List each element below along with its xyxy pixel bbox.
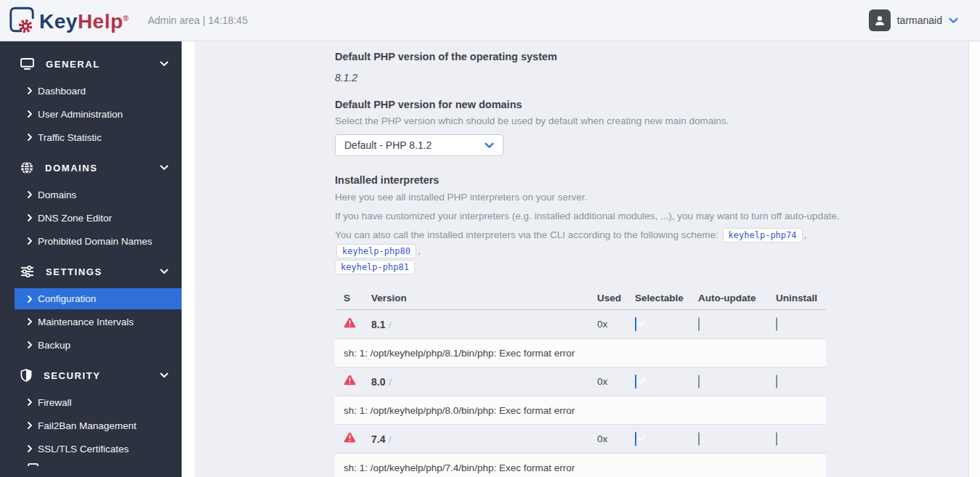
col-used: Used: [597, 293, 635, 303]
default-php-description: Select the PHP version which should be u…: [335, 115, 968, 126]
sidebar-item-maintenance-intervals[interactable]: Maintenance Intervals: [15, 310, 182, 333]
col-selectable: Selectable: [635, 293, 698, 303]
gear-icon: [20, 21, 31, 31]
sidebar-item-prohibited-domain-names[interactable]: Prohibited Domain Names: [15, 229, 182, 253]
os-php-version-value: 8.1.2: [335, 72, 968, 83]
uninstall-checkbox[interactable]: [776, 317, 777, 331]
admin-area-clock: Admin area | 14:18:45: [147, 15, 248, 26]
selectable-checkbox[interactable]: [635, 375, 636, 388]
chevron-right-icon: [28, 191, 32, 198]
row-version: 7.4: [371, 433, 385, 445]
warning-icon: [344, 432, 371, 446]
row-version: 8.0: [371, 376, 385, 388]
col-version: Version: [371, 293, 597, 303]
monitor-icon: [20, 58, 34, 70]
next-section-icon-partial: [28, 463, 39, 466]
chevron-right-icon: [28, 399, 32, 406]
warning-icon: [344, 317, 371, 331]
keyhelp-logo[interactable]: KeyHelp®: [9, 4, 129, 36]
user-avatar: [869, 9, 891, 31]
selectable-checkbox[interactable]: [635, 317, 636, 331]
sidebar-item-backup[interactable]: Backup: [15, 333, 182, 356]
version-cell: 7.4 /: [371, 433, 597, 446]
row-used: 0x: [597, 433, 635, 444]
shield-icon: [20, 369, 32, 382]
sidebar-item-firewall[interactable]: Firewall: [15, 391, 182, 414]
uninstall-checkbox[interactable]: [776, 375, 777, 388]
layout-gap: [182, 41, 195, 477]
auto-update-checkbox[interactable]: [698, 317, 700, 331]
chevron-right-icon: [28, 422, 32, 429]
sidebar-item-dns-zone-editor[interactable]: DNS Zone Editor: [15, 206, 182, 229]
php-version-select[interactable]: Default - PHP 8.1.2: [335, 134, 503, 156]
default-php-heading: Default PHP version for new domains: [335, 99, 968, 110]
sidebar-item-traffic-statistic[interactable]: Traffic Statistic: [15, 126, 182, 149]
interpreters-line1: Here you see all installed PHP interpret…: [335, 189, 968, 205]
auto-update-checkbox[interactable]: [698, 375, 700, 388]
warning-icon: [344, 375, 371, 388]
version-cell: 8.0 /: [371, 375, 597, 388]
interpreter-error-row: sh: 1: /opt/keyhelp/php/8.0/bin/php: Exe…: [335, 396, 826, 425]
chevron-right-icon: [28, 445, 32, 452]
os-php-version-heading: Default PHP version of the operating sys…: [335, 51, 968, 62]
sidebar-section-domains[interactable]: DOMAINS: [0, 152, 182, 183]
sidebar-item-domains[interactable]: Domains: [15, 183, 182, 206]
cli-badge-php81: keyhelp-php81: [335, 260, 415, 274]
top-bar: KeyHelp® Admin area | 14:18:45 tarmanaid: [0, 0, 980, 41]
chevron-down-icon: [160, 165, 169, 171]
username: tarmanaid: [897, 15, 942, 26]
keyhelp-admin-page: KeyHelp® Admin area | 14:18:45 tarmanaid…: [0, 0, 980, 477]
chevron-down-icon: [160, 61, 169, 67]
row-used: 0x: [597, 376, 635, 387]
col-auto-update: Auto-update: [698, 293, 776, 303]
cli-badge-php74: keyhelp-php74: [723, 228, 803, 242]
row-error: sh: 1: /opt/keyhelp/php/7.4/bin/php: Exe…: [344, 462, 575, 473]
keyhelp-logo-icon: [9, 7, 35, 33]
interpreters-line3: You can also call the installed interpre…: [335, 227, 826, 275]
chevron-right-icon: [28, 110, 32, 118]
sidebar-section-security[interactable]: SECURITY: [0, 360, 182, 391]
sidebar-section-general[interactable]: GENERAL: [0, 49, 182, 79]
configuration-panel: Default PHP version of the operating sys…: [195, 41, 968, 477]
row-used: 0x: [597, 319, 635, 330]
chevron-right-icon: [28, 318, 32, 325]
sidebar-item-configuration[interactable]: Configuration: [15, 288, 182, 309]
row-version-suffix: /: [389, 377, 392, 388]
interpreter-error-row: sh: 1: /opt/keyhelp/php/8.1/bin/php: Exe…: [335, 338, 826, 367]
chevron-right-icon: [28, 214, 32, 221]
selectable-checkbox[interactable]: [635, 432, 636, 446]
row-version-suffix: /: [389, 319, 392, 330]
uninstall-checkbox[interactable]: [776, 432, 777, 446]
interpreters-table: S Version Used Selectable Auto-update Un…: [335, 286, 826, 477]
row-version-suffix: /: [389, 434, 392, 445]
sidebar-section-settings[interactable]: SETTINGS: [0, 256, 182, 287]
user-menu[interactable]: tarmanaid: [869, 9, 958, 31]
chevron-right-icon: [28, 295, 32, 303]
table-row: 7.4 / 0x: [335, 425, 826, 453]
globe-icon: [20, 161, 33, 174]
chevron-right-icon: [28, 134, 32, 141]
chevron-right-icon: [28, 341, 32, 348]
sidebar-item-ssl-tls-certificates[interactable]: SSL/TLS Certificates: [15, 437, 182, 460]
php-version-select-value: Default - PHP 8.1.2: [344, 139, 432, 151]
row-error: sh: 1: /opt/keyhelp/php/8.1/bin/php: Exe…: [344, 348, 575, 359]
chevron-right-icon: [28, 237, 32, 245]
interpreter-error-row: sh: 1: /opt/keyhelp/php/7.4/bin/php: Exe…: [335, 453, 826, 477]
sidebar-item-fail2ban-management[interactable]: Fail2Ban Management: [15, 414, 182, 437]
interpreters-line2: If you have customized your interpreters…: [335, 208, 968, 224]
sidebar-item-dashboard[interactable]: Dashboard: [15, 79, 182, 102]
sidebar-nav: GENERAL Dashboard User Administration Tr…: [0, 41, 182, 477]
table-body: 8.1 / 0x sh: 1: /opt/keyhelp/php/8.1/bin…: [335, 310, 826, 477]
auto-update-checkbox[interactable]: [698, 432, 700, 446]
installed-interpreters-heading: Installed interpreters: [335, 174, 968, 186]
chevron-down-icon: [949, 17, 958, 24]
row-error: sh: 1: /opt/keyhelp/php/8.0/bin/php: Exe…: [344, 405, 575, 416]
sidebar-item-user-administration[interactable]: User Administration: [15, 102, 182, 126]
vertical-scrollbar[interactable]: [968, 41, 980, 477]
version-cell: 8.1 /: [371, 318, 597, 331]
chevron-down-icon: [485, 142, 494, 149]
keyhelp-logo-text: KeyHelp®: [39, 4, 129, 36]
cli-badge-php80: keyhelp-php80: [336, 244, 416, 258]
col-status: S: [344, 293, 371, 303]
col-uninstall: Uninstall: [776, 293, 826, 303]
